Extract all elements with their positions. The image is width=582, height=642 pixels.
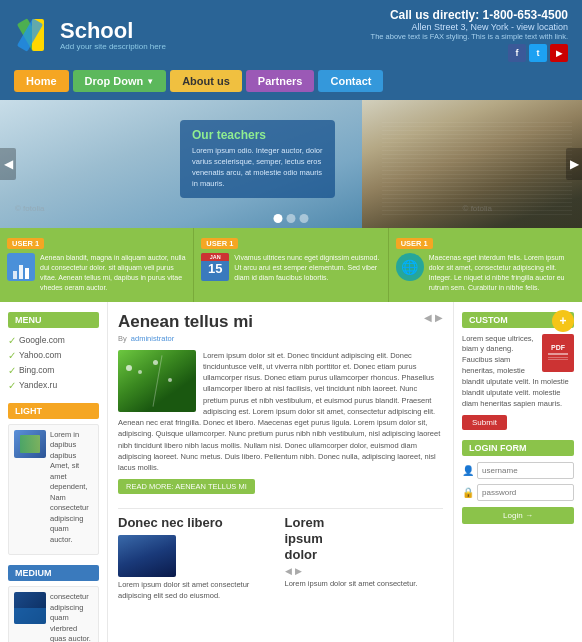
light-item: Lorem in dapibus dapibus Amet, sit amet …: [14, 430, 93, 546]
navbar: Home Drop Down ▼ About us Partners Conta…: [0, 70, 582, 100]
article-controls: ◀ ▶: [424, 312, 443, 323]
header: School Add your site description here Ca…: [0, 0, 582, 70]
light-widget-title: LIGHT: [8, 403, 99, 419]
sub-article-image: [118, 535, 176, 577]
left-sidebar: MENU ✓ Google.com ✓ Yahoo.com ✓ Bing.com…: [0, 302, 108, 642]
logo-text-area: School Add your site description here: [60, 20, 166, 51]
address: Allen Street 3, New York - view location: [371, 22, 568, 32]
article-header: Aenean tellus mi ◀ ▶: [118, 312, 443, 332]
check-icon-1: ✓: [8, 335, 16, 346]
login-widget: LOGIN FORM 👤 🔒 Login →: [462, 440, 574, 524]
submit-button[interactable]: Submit: [462, 415, 507, 430]
sub-next-icon[interactable]: ▶: [295, 566, 302, 576]
logo-desc: Add your site description here: [60, 42, 166, 51]
next-article-icon[interactable]: ▶: [435, 312, 443, 323]
menu-item-label-3: Bing.com: [19, 365, 54, 375]
user-content-3: 🌐 Maecenas eget interdum felis. Lorem ip…: [396, 253, 575, 294]
slider-text-box: Our teachers Lorem ipsum odio. Integer a…: [180, 120, 335, 198]
user-content-2: JAN 15 Vivamus ultrices nunc eget dignis…: [201, 253, 380, 283]
article-main-image: [118, 350, 196, 412]
user-icon-1: [7, 253, 35, 281]
meta-author-link[interactable]: administrator: [131, 334, 174, 343]
user-label-3: USER 1: [396, 238, 433, 249]
watermark-left: © fotolia: [15, 204, 44, 213]
slider-dot-2[interactable]: [287, 214, 296, 223]
menu-item-bing[interactable]: ✓ Bing.com: [8, 363, 99, 378]
menu-item-label-4: Yandex.ru: [19, 380, 57, 390]
sub-article-right-controls: ◀ ▶: [285, 566, 444, 576]
sub-article-title: Donec nec libero: [118, 515, 277, 531]
contact-info: Call us directly: 1-800-653-4500 Allen S…: [371, 8, 568, 62]
password-field: 🔒: [462, 484, 574, 501]
nav-item-partners[interactable]: Partners: [246, 70, 315, 92]
social-icons: f t ▶: [371, 44, 568, 62]
header-small-text: The above text is FAX styling. This is a…: [371, 32, 568, 41]
slider-dot-1[interactable]: [274, 214, 283, 223]
menu-widget-title: MENU: [8, 312, 99, 328]
dropdown-label: Drop Down: [85, 75, 144, 87]
facebook-icon[interactable]: f: [508, 44, 526, 62]
meta-by: By: [118, 334, 127, 343]
right-sidebar: + CUSTOM PDF Lorem seque ultrices, biam …: [454, 302, 582, 642]
logo-icon: [14, 16, 52, 54]
login-button[interactable]: Login →: [462, 507, 574, 524]
phone-number: Call us directly: 1-800-653-4500: [371, 8, 568, 22]
user-text-1: Aenean blandit, magna in aliquam auctor,…: [40, 253, 186, 294]
menu-item-google[interactable]: ✓ Google.com: [8, 333, 99, 348]
article-meta: By administrator: [118, 334, 443, 343]
slider-dot-3[interactable]: [300, 214, 309, 223]
light-image: [14, 430, 46, 458]
article-body-area: Lorem ipsum dolor sit et. Donec tincidun…: [118, 350, 443, 474]
sub-articles-section: Donec nec libero Lorem ipsum dolor sit a…: [118, 515, 443, 601]
slider-title: Our teachers: [192, 128, 323, 142]
login-widget-title: LOGIN FORM: [462, 440, 574, 456]
youtube-icon[interactable]: ▶: [550, 44, 568, 62]
nav-item-contact[interactable]: Contact: [318, 70, 383, 92]
slider-dots: [274, 214, 309, 223]
sub-article-text: Lorem ipsum dolor sit amet consectetur a…: [118, 580, 277, 602]
username-input[interactable]: [477, 462, 574, 479]
slider-body: Lorem ipsum odio. Integer auctor, dolor …: [192, 146, 323, 190]
user-card-3: USER 1 🌐 Maecenas eget interdum felis. L…: [389, 228, 582, 302]
menu-item-label-1: Google.com: [19, 335, 65, 345]
article-title: Aenean tellus mi: [118, 312, 253, 332]
menu-item-label-2: Yahoo.com: [19, 350, 61, 360]
username-field: 👤: [462, 462, 574, 479]
password-input[interactable]: [477, 484, 574, 501]
read-more-button[interactable]: READ MORE: AENEAN TELLUS MI: [118, 479, 255, 494]
medium-item: consectetur adipiscing quam vlerbred qua…: [14, 592, 93, 642]
medium-widget-content: consectetur adipiscing quam vlerbred qua…: [8, 586, 99, 642]
logo-title: School: [60, 20, 166, 42]
user-card-1: USER 1 Aenean blandit, magna in aliquam …: [0, 228, 194, 302]
check-icon-4: ✓: [8, 380, 16, 391]
user-field-icon: 👤: [462, 465, 474, 476]
user-label-1: USER 1: [7, 238, 44, 249]
menu-item-yandex[interactable]: ✓ Yandex.ru: [8, 378, 99, 393]
medium-widget: MEDIUM consectetur adipiscing quam vlerb…: [8, 565, 99, 642]
sub-article-right: Loremipsumdolor ◀ ▶ Lorem ipsum dolor si…: [285, 515, 444, 601]
sub-title-lorem: Loremipsumdolor: [285, 515, 444, 562]
calendar-icon: JAN 15: [201, 253, 229, 281]
nav-item-home[interactable]: Home: [14, 70, 69, 92]
logo-area: School Add your site description here: [14, 16, 166, 54]
check-icon-3: ✓: [8, 365, 16, 376]
sub-prev-icon[interactable]: ◀: [285, 566, 292, 576]
main-content-area: MENU ✓ Google.com ✓ Yahoo.com ✓ Bing.com…: [0, 302, 582, 642]
user-card-2: USER 1 JAN 15 Vivamus ultrices nunc eget…: [194, 228, 388, 302]
light-widget-content: Lorem in dapibus dapibus Amet, sit amet …: [8, 424, 99, 556]
custom-widget-body: PDF Lorem seque ultrices, biam y daneng.…: [462, 334, 574, 430]
article-divider: [118, 508, 443, 509]
slider-next-button[interactable]: ▶: [566, 148, 582, 180]
nav-item-dropdown[interactable]: Drop Down ▼: [73, 70, 167, 92]
prev-article-icon[interactable]: ◀: [424, 312, 432, 323]
twitter-icon[interactable]: t: [529, 44, 547, 62]
nav-item-about[interactable]: About us: [170, 70, 242, 92]
menu-item-yahoo[interactable]: ✓ Yahoo.com: [8, 348, 99, 363]
user-label-2: USER 1: [201, 238, 238, 249]
sub-article-left: Donec nec libero Lorem ipsum dolor sit a…: [118, 515, 277, 601]
calendar-month: JAN: [201, 253, 229, 261]
sub-article-right-text: Lorem ipsum dolor sit amet consectetur.: [285, 579, 444, 590]
slider-prev-button[interactable]: ◀: [0, 148, 16, 180]
yellow-circle-button[interactable]: +: [552, 310, 574, 332]
pdf-icon: PDF: [542, 334, 574, 372]
